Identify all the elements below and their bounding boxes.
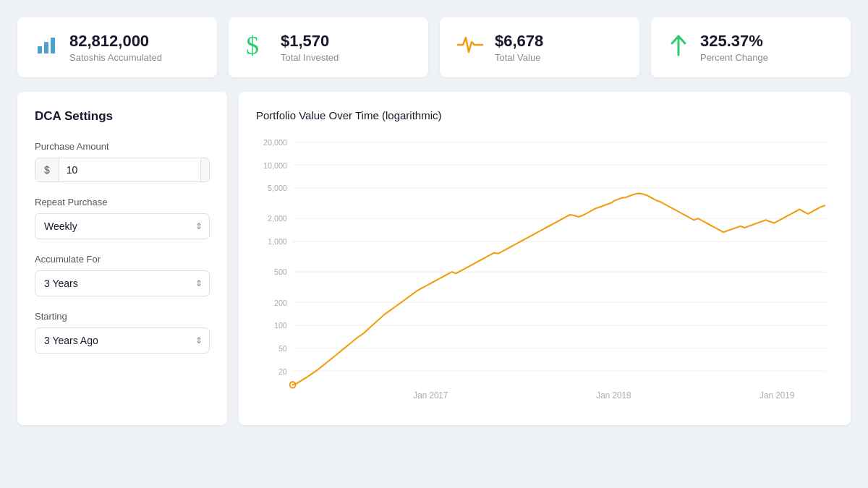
satoshis-label: Satoshis Accumulated <box>69 52 162 63</box>
accumulate-label: Accumulate For <box>35 254 210 265</box>
percent-value: 325.37% <box>700 32 768 51</box>
svg-text:1,000: 1,000 <box>268 237 287 246</box>
svg-text:50: 50 <box>278 344 287 353</box>
starting-label: Starting <box>35 311 210 322</box>
svg-text:2,000: 2,000 <box>268 214 287 223</box>
accumulate-select[interactable]: 1 Year 2 Years 3 Years 5 Years 10 Years <box>35 270 210 296</box>
repeat-purchase-label: Repeat Purchase <box>35 197 210 207</box>
portfolio-chart: 20,000 10,000 5,000 2,000 1,000 500 200 … <box>256 133 833 408</box>
svg-text:20,000: 20,000 <box>263 138 287 147</box>
svg-text:Jan 2019: Jan 2019 <box>760 390 794 401</box>
accumulate-select-wrapper: 1 Year 2 Years 3 Years 5 Years 10 Years … <box>35 270 210 296</box>
svg-rect-2 <box>51 38 55 53</box>
accumulate-group: Accumulate For 1 Year 2 Years 3 Years 5 … <box>35 254 210 296</box>
percent-card: 325.37% Percent Change <box>651 17 851 77</box>
svg-text:Jan 2017: Jan 2017 <box>413 390 448 401</box>
svg-text:$: $ <box>246 33 259 59</box>
invested-value: $1,570 <box>281 32 339 51</box>
starting-select[interactable]: 1 Year Ago 2 Years Ago 3 Years Ago 5 Yea… <box>35 328 210 354</box>
pulse-icon <box>457 35 483 60</box>
starting-select-wrapper: 1 Year Ago 2 Years Ago 3 Years Ago 5 Yea… <box>35 328 210 354</box>
purchase-amount-group: Purchase Amount $ .00 <box>35 141 210 182</box>
svg-text:5,000: 5,000 <box>268 184 287 192</box>
total-value-card: $6,678 Total Value <box>440 17 639 77</box>
invested-label: Total Invested <box>281 52 339 63</box>
repeat-purchase-group: Repeat Purchase Weekly Daily Monthly ⇕ <box>35 197 210 239</box>
chart-title: Portfolio Value Over Time (logarithmic) <box>256 109 833 121</box>
purchase-amount-input-row: $ .00 <box>35 158 210 182</box>
arrow-up-icon <box>668 32 689 63</box>
settings-panel: DCA Settings Purchase Amount $ .00 Repea… <box>17 92 227 425</box>
starting-group: Starting 1 Year Ago 2 Years Ago 3 Years … <box>35 311 210 354</box>
svg-text:200: 200 <box>274 299 287 307</box>
total-value-label: Total Value <box>495 52 543 63</box>
svg-text:10,000: 10,000 <box>263 161 287 170</box>
svg-rect-1 <box>44 42 48 53</box>
svg-text:500: 500 <box>274 267 287 276</box>
cents-suffix: .00 <box>200 158 210 181</box>
repeat-select[interactable]: Weekly Daily Monthly <box>35 213 210 239</box>
satoshis-value: 82,812,000 <box>69 32 162 51</box>
dollar-prefix: $ <box>35 158 59 181</box>
svg-text:Jan 2018: Jan 2018 <box>596 390 631 401</box>
repeat-select-wrapper: Weekly Daily Monthly ⇕ <box>35 213 210 239</box>
settings-title: DCA Settings <box>35 109 210 124</box>
svg-rect-0 <box>38 46 42 53</box>
satoshis-card: 82,812,000 Satoshis Accumulated <box>17 17 217 77</box>
svg-text:20: 20 <box>278 367 287 376</box>
percent-label: Percent Change <box>700 52 768 63</box>
svg-text:100: 100 <box>274 321 287 330</box>
invested-card: $ $1,570 Total Invested <box>229 17 428 77</box>
total-value-value: $6,678 <box>495 32 543 51</box>
bottom-section: DCA Settings Purchase Amount $ .00 Repea… <box>17 92 851 425</box>
dollar-icon: $ <box>246 33 269 62</box>
stats-cards: 82,812,000 Satoshis Accumulated $ $1,570… <box>17 17 851 77</box>
bar-chart-icon <box>35 33 58 61</box>
chart-panel: Portfolio Value Over Time (logarithmic) … <box>239 92 851 425</box>
purchase-amount-input[interactable] <box>59 158 200 181</box>
chart-area: 20,000 10,000 5,000 2,000 1,000 500 200 … <box>256 133 833 408</box>
purchase-amount-label: Purchase Amount <box>35 141 210 152</box>
